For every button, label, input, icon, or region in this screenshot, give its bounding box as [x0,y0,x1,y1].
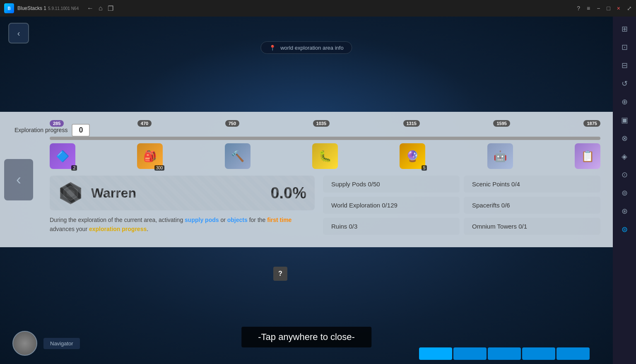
progress-bar-track [50,137,600,140]
sidebar-icon-11[interactable]: ⊛ [616,203,633,219]
copy-button[interactable]: ❐ [108,5,113,12]
back-button[interactable]: ← [87,5,94,12]
reward-3: 🔨 [225,143,251,169]
sidebar-icon-12[interactable]: ⊜ [616,221,633,238]
game-area[interactable]: ‹ 📍 world exploration area info ‹ Explor… [0,17,613,364]
character-section: Warren 0.0% During the exploration of th… [50,176,315,235]
titlebar-nav: ← ⌂ ❐ [87,5,113,12]
expand-button[interactable]: ⤢ [627,5,632,12]
sidebar-icon-9[interactable]: ⊙ [616,166,633,183]
app-version: 5.9.11.1001 N64 [48,6,79,11]
top-center-bar: 📍 world exploration area info [260,41,352,54]
sidebar-icon-5[interactable]: ⊕ [616,94,633,110]
reward-7: 📋 [575,143,600,169]
titlebar: B BlueStacks 1 5.9.11.1001 N64 ← ⌂ ❐ ? ≡… [0,0,636,17]
sidebar-icon-4[interactable]: ↺ [616,75,633,92]
sidebar-icon-2[interactable]: ⊡ [616,39,633,55]
help-button[interactable]: ? [577,5,580,12]
bottom-tab-5[interactable] [556,347,590,360]
first-time-link: first time [267,217,292,223]
reward-4: 🐛 [312,143,338,169]
sidebar-icon-7[interactable]: ⊗ [616,130,633,147]
milestone-5: 1315 [403,120,420,127]
bottom-tab-3[interactable] [488,347,521,360]
reward-2: 🎒 300 [137,143,163,169]
sidebar-icon-3[interactable]: ⊟ [616,57,633,74]
rewards-row: 🔷 2 🎒 300 🔨 🐛 🔮 5 [50,143,600,169]
bottom-tabs [419,347,590,360]
minimize-button[interactable]: − [597,5,600,12]
help-question-button[interactable]: ? [273,267,287,281]
sidebar-icon-6[interactable]: ▣ [616,112,633,128]
close-button[interactable]: × [617,5,620,12]
player-avatar [12,331,37,356]
stat-supply-pods[interactable]: Supply Pods 0/50 [323,176,460,193]
exploration-panel: ‹ Exploration progress 0 285 [0,112,613,247]
character-info-card: Warren 0.0% [50,176,315,210]
milestone-2: 470 [137,120,152,127]
bottom-tab-1[interactable] [419,347,452,360]
stat-omnium-towers[interactable]: Omnium Towers 0/1 [464,218,600,235]
top-center-text: 📍 world exploration area info [269,45,343,51]
milestone-1: 285 [50,120,64,127]
stat-world-exploration[interactable]: World Exploration 0/129 [323,197,460,214]
exploration-progress-link: exploration progress [89,226,147,232]
supply-pods-link: supply pods [185,217,219,223]
app-title: BlueStacks 1 [17,5,46,11]
stat-scenic-points[interactable]: Scenic Points 0/4 [464,176,600,193]
reward-1: 🔷 2 [50,143,75,169]
stats-section: Supply Pods 0/50 Scenic Points 0/4 World… [323,176,600,235]
map-back-button[interactable]: ‹ [8,23,29,43]
stat-spacerifts[interactable]: Spacerifts 0/6 [464,197,600,214]
window-controls: ? ≡ − □ × ⤢ [577,5,632,12]
milestone-3: 750 [225,120,239,127]
prev-area-button[interactable]: ‹ [4,159,33,200]
character-description: During the exploration of the current ar… [50,215,315,234]
sidebar-icon-10[interactable]: ⊚ [616,185,633,201]
reward-5: 🔮 5 [400,143,425,169]
milestone-7: 1875 [583,120,600,127]
milestone-4: 1035 [313,120,330,127]
app-logo: B [4,3,14,13]
reward-6: 🤖 [487,143,513,169]
sidebar-icon-8[interactable]: ◈ [616,148,633,165]
milestone-6: 1595 [493,120,510,127]
player-name-tag: Navigator [43,338,80,349]
maximize-button[interactable]: □ [607,5,610,12]
bottom-left-area: Navigator [12,331,80,356]
main-content: Warren 0.0% During the exploration of th… [12,176,600,235]
stripe-background [50,176,315,210]
menu-button[interactable]: ≡ [587,5,590,12]
close-hint[interactable]: -Tap anywhere to close- [241,327,371,347]
stat-ruins[interactable]: Ruins 0/3 [323,218,460,235]
home-button[interactable]: ⌂ [99,5,103,12]
objects-link: objects [227,217,248,223]
bottom-tab-2[interactable] [453,347,487,360]
sidebar-icon-1[interactable]: ⊞ [616,21,633,37]
top-map-area: ‹ [0,17,613,108]
right-sidebar: ⊞ ⊡ ⊟ ↺ ⊕ ▣ ⊗ ◈ ⊙ ⊚ ⊛ ⊜ [613,17,636,364]
bottom-tab-4[interactable] [522,347,555,360]
